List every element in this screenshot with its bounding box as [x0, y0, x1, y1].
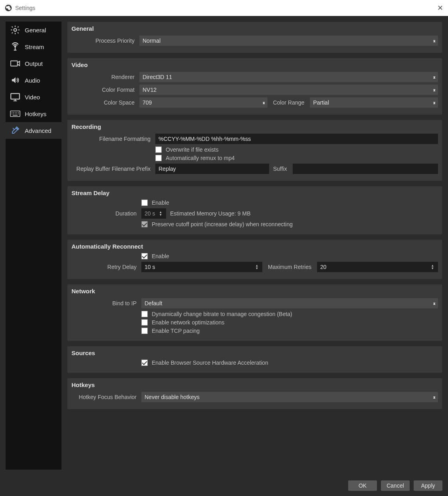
- group-title: Sources: [71, 350, 438, 356]
- group-title: Stream Delay: [71, 190, 438, 196]
- color-space-select[interactable]: 709 ▴▾: [139, 97, 268, 108]
- filename-formatting-label: Filename Formatting: [71, 136, 151, 142]
- color-space-label: Color Space: [71, 99, 135, 106]
- sidebar-item-label: Hotkeys: [25, 111, 46, 117]
- auto-remux-checkbox[interactable]: [155, 155, 162, 161]
- overwrite-label: Overwrite if file exists: [166, 146, 218, 153]
- spinner-value: 20: [320, 264, 327, 270]
- close-icon[interactable]: ✕: [437, 4, 443, 12]
- net-opt-checkbox[interactable]: [141, 319, 148, 326]
- group-stream-delay: Stream Delay Enable Duration 20 s ▴▾ Est…: [67, 186, 442, 235]
- preserve-cutoff-checkbox[interactable]: [141, 221, 148, 227]
- svg-point-3: [8, 6, 10, 8]
- sidebar-item-output[interactable]: Output: [6, 55, 61, 72]
- antenna-icon: [10, 42, 21, 51]
- color-range-select[interactable]: Partial ▴▾: [310, 97, 438, 108]
- keyboard-icon: [10, 109, 21, 118]
- preserve-cutoff-label: Preserve cutoff point (increase delay) w…: [152, 221, 293, 227]
- select-value: NV12: [143, 87, 157, 93]
- svg-rect-7: [11, 93, 20, 99]
- gear-icon: [10, 26, 21, 34]
- suffix-input[interactable]: [293, 164, 438, 174]
- speaker-icon: [10, 76, 21, 85]
- window-title: Settings: [15, 5, 437, 11]
- color-format-label: Color Format: [71, 87, 135, 93]
- filename-formatting-input[interactable]: [155, 134, 438, 144]
- sidebar-item-label: Advanced: [25, 127, 52, 134]
- renderer-select[interactable]: Direct3D 11 ▴▾: [139, 72, 438, 82]
- sidebar-item-general[interactable]: General: [6, 22, 61, 38]
- monitor-icon: [10, 93, 21, 101]
- select-value: Never disable hotkeys: [145, 394, 200, 400]
- memory-usage-label: Estimated Memory Usage: 9 MB: [170, 210, 251, 217]
- bind-ip-label: Bind to IP: [71, 300, 137, 306]
- apply-button[interactable]: Apply: [414, 480, 442, 491]
- sidebar-item-hotkeys[interactable]: Hotkeys: [6, 105, 61, 122]
- sidebar-item-label: Audio: [25, 77, 40, 84]
- bind-ip-select[interactable]: Default ▴▾: [141, 298, 438, 308]
- dyn-bitrate-label: Dynamically change bitrate to manage con…: [152, 311, 292, 317]
- group-title: Hotkeys: [71, 381, 438, 388]
- spinner-value: 10 s: [145, 264, 155, 270]
- duration-spinner[interactable]: 20 s ▴▾: [141, 208, 166, 219]
- net-opt-label: Enable network optimizations: [152, 319, 224, 326]
- group-hotkeys: Hotkeys Hotkey Focus Behavior Never disa…: [67, 378, 442, 409]
- sidebar-item-advanced[interactable]: Advanced: [6, 122, 61, 139]
- browser-hw-label: Enable Browser Source Hardware Accelerat…: [152, 360, 268, 366]
- stream-delay-enable-checkbox[interactable]: [141, 200, 148, 206]
- sidebar-item-stream[interactable]: Stream: [6, 38, 61, 55]
- replay-prefix-input[interactable]: [155, 164, 269, 174]
- select-value: Direct3D 11: [143, 74, 172, 80]
- group-video: Video Renderer Direct3D 11 ▴▾ Color Form…: [67, 58, 442, 115]
- settings-window: Settings ✕ General Stream Output: [0, 0, 448, 496]
- overwrite-checkbox[interactable]: [155, 146, 162, 153]
- svg-point-5: [14, 45, 16, 47]
- group-general: General Process Priority Normal ▴▾: [67, 22, 442, 53]
- group-title: General: [71, 25, 438, 32]
- output-icon: [10, 59, 21, 68]
- dyn-bitrate-checkbox[interactable]: [141, 311, 148, 317]
- sidebar-item-audio[interactable]: Audio: [6, 72, 61, 89]
- replay-prefix-label: Replay Buffer Filename Prefix: [71, 166, 151, 172]
- duration-label: Duration: [71, 210, 137, 217]
- chevron-updown-icon: ▴▾: [256, 262, 262, 272]
- ok-button[interactable]: OK: [348, 480, 377, 491]
- max-retries-spinner[interactable]: 20 ▴▾: [317, 262, 438, 272]
- chevron-updown-icon: ▴▾: [432, 262, 437, 272]
- sidebar-item-label: Video: [25, 94, 40, 101]
- tools-icon: [10, 126, 21, 135]
- focus-behavior-select[interactable]: Never disable hotkeys ▴▾: [141, 392, 438, 402]
- process-priority-select[interactable]: Normal ▴▾: [139, 36, 438, 46]
- sidebar: General Stream Output Audio: [6, 22, 61, 470]
- focus-behavior-label: Hotkey Focus Behavior: [71, 394, 137, 400]
- select-value: 709: [143, 99, 152, 106]
- renderer-label: Renderer: [71, 74, 135, 80]
- stream-delay-enable-label: Enable: [152, 200, 169, 206]
- footer: OK Cancel Apply: [0, 475, 448, 496]
- cancel-button[interactable]: Cancel: [381, 480, 410, 491]
- reconnect-enable-label: Enable: [152, 253, 169, 259]
- tcp-pacing-label: Enable TCP pacing: [152, 328, 200, 334]
- process-priority-label: Process Priority: [71, 38, 135, 44]
- retry-delay-label: Retry Delay: [71, 264, 137, 270]
- tcp-pacing-checkbox[interactable]: [141, 328, 148, 334]
- sidebar-item-label: Output: [25, 60, 43, 67]
- group-network: Network Bind to IP Default ▴▾ Dynamicall…: [67, 284, 442, 341]
- reconnect-enable-checkbox[interactable]: [141, 253, 148, 259]
- sidebar-item-video[interactable]: Video: [6, 89, 61, 105]
- color-format-select[interactable]: NV12 ▴▾: [139, 85, 438, 95]
- browser-hw-checkbox[interactable]: [141, 360, 148, 366]
- select-value: Normal: [143, 38, 161, 44]
- spinner-value: 20 s: [145, 210, 155, 217]
- auto-remux-label: Automatically remux to mp4: [166, 155, 235, 161]
- group-title: Automatically Reconnect: [71, 243, 438, 250]
- group-title: Network: [71, 288, 438, 294]
- app-icon: [5, 4, 12, 12]
- titlebar: Settings ✕: [0, 0, 448, 16]
- retry-delay-spinner[interactable]: 10 s ▴▾: [141, 262, 262, 272]
- chevron-updown-icon: ▴▾: [160, 208, 165, 219]
- svg-point-4: [14, 29, 17, 32]
- select-value: Default: [145, 300, 162, 306]
- max-retries-label: Maximum Retries: [266, 264, 313, 270]
- group-reconnect: Automatically Reconnect Enable Retry Del…: [67, 239, 442, 279]
